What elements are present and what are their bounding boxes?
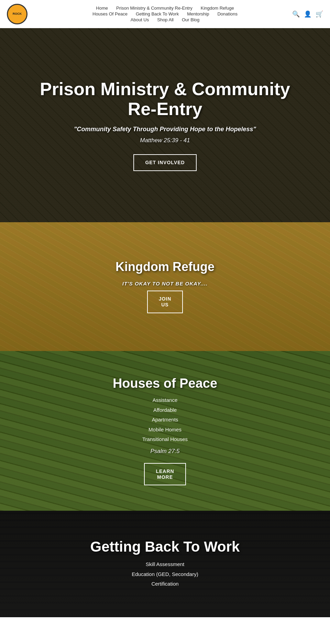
main-nav: Home Prison Ministry & Community Re-Entr… — [7, 3, 323, 25]
hero-title-prison: Prison Ministry & Community Re-Entry — [38, 79, 292, 118]
houses-list-item-2: Affordable — [113, 405, 217, 415]
nav-donations[interactable]: Donations — [217, 11, 238, 16]
nav-shop[interactable]: Shop All — [157, 17, 174, 22]
nav-row-1: Home Prison Ministry & Community Re-Entr… — [7, 5, 323, 11]
nav-work[interactable]: Getting Back To Work — [136, 11, 179, 16]
houses-list-item-5: Transitional Houses — [113, 434, 217, 444]
account-icon[interactable]: 👤 — [304, 10, 311, 18]
hero-content-houses: Houses of Peace Assistance Affordable Ap… — [106, 370, 224, 493]
hero-section-prison: Prison Ministry & Community Re-Entry "Co… — [0, 28, 330, 222]
nav-prison[interactable]: Prison Ministry & Community Re-Entry — [116, 5, 192, 11]
work-list-item-2: Education (GED, Secondary) — [90, 569, 240, 579]
hero-title-houses: Houses of Peace — [113, 376, 217, 391]
logo-text: ROCK — [13, 12, 22, 16]
nav-kingdom[interactable]: Kingdom Refuge — [201, 5, 234, 11]
learn-line2: MORE — [157, 474, 173, 480]
nav-mentorship[interactable]: Mentorship — [187, 11, 209, 16]
nav-home[interactable]: Home — [96, 5, 108, 11]
nav-row-2: Houses Of Peace Getting Back To Work Men… — [7, 11, 323, 16]
get-involved-button[interactable]: GET INVOLVED — [133, 154, 196, 171]
hero-subtitle-prison: "Community Safety Through Providing Hope… — [38, 126, 292, 133]
nav-about[interactable]: About Us — [131, 17, 149, 22]
join-line2: US — [161, 302, 168, 307]
learn-line1: LEARN — [156, 468, 174, 474]
hero-section-work: Getting Back To Work Skill Assessment Ed… — [0, 511, 330, 617]
join-us-button[interactable]: JOIN US — [147, 291, 183, 313]
work-list-item-1: Skill Assessment — [90, 560, 240, 569]
cart-icon[interactable]: 🛒 — [316, 10, 323, 18]
houses-list-item-3: Apartments — [113, 415, 217, 425]
hero-content-prison: Prison Ministry & Community Re-Entry "Co… — [31, 72, 299, 178]
hero-verse-houses: Psalm 27:5 — [113, 448, 217, 455]
houses-list: Assistance Affordable Apartments Mobile … — [113, 395, 217, 444]
hero-section-kingdom: Kingdom Refuge IT'S OKAY TO NOT BE OKAY.… — [0, 222, 330, 351]
hero-title-kingdom: Kingdom Refuge — [116, 260, 214, 274]
logo[interactable]: ROCK — [7, 4, 28, 24]
houses-list-item-4: Mobile Homes — [113, 425, 217, 435]
header-icons: 🔍 👤 🛒 — [292, 10, 323, 18]
nav-houses[interactable]: Houses Of Peace — [92, 11, 128, 16]
hero-content-kingdom: Kingdom Refuge IT'S OKAY TO NOT BE OKAY.… — [109, 253, 221, 320]
hero-verse-prison: Matthew 25:39 - 41 — [38, 137, 292, 144]
hero-content-work: Getting Back To Work Skill Assessment Ed… — [84, 532, 247, 596]
hero-subtitle-kingdom: IT'S OKAY TO NOT BE OKAY.... — [116, 281, 214, 286]
hero-title-work: Getting Back To Work — [90, 539, 240, 555]
work-list-item-3: Certification — [90, 579, 240, 589]
work-list: Skill Assessment Education (GED, Seconda… — [90, 560, 240, 589]
site-header: ROCK Home Prison Ministry & Community Re… — [0, 0, 330, 28]
houses-list-item-1: Assistance — [113, 395, 217, 405]
search-icon[interactable]: 🔍 — [292, 10, 300, 18]
join-line1: JOIN — [159, 296, 172, 302]
nav-row-3: About Us Shop All Our Blog — [7, 17, 323, 22]
nav-blog[interactable]: Our Blog — [182, 17, 199, 22]
learn-more-button[interactable]: LEARN MORE — [144, 463, 186, 486]
hero-section-houses: Houses of Peace Assistance Affordable Ap… — [0, 351, 330, 511]
